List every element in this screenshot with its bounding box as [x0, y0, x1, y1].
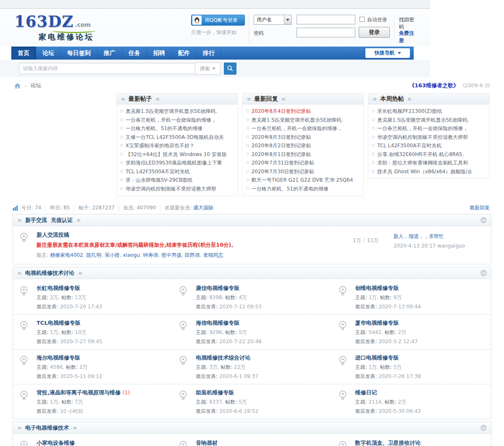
post-link[interactable]: 求长虹电视PF21300(Z)图纸 [372, 107, 488, 116]
forum-stats: 主题: 6337 帖数: 5万 [196, 399, 258, 406]
forum-lastpost: 最后发表: 2020-7-26 17:38 [355, 373, 421, 380]
stat-item: 今日: 74 [21, 204, 45, 211]
post-link[interactable]: 【32位+64位】技术员 Windows 10 安装版 [120, 150, 237, 159]
post-link[interactable]: 一台格力柜机、51的不通电的维修 [246, 185, 363, 193]
forum-link[interactable]: 康佳电视维修专版 [196, 285, 239, 291]
moderator-link[interactable]: 陈孔明 [86, 252, 105, 258]
post-link[interactable]: 2020年8月3日签到记录贴 [246, 133, 363, 142]
post-link[interactable]: 2020年7月31日签到记录贴 [246, 159, 363, 167]
post-link[interactable]: TCL L42F3500A不定时关机 [120, 167, 237, 176]
post-link[interactable]: 求：山水牌电视SV-29CB图纸 [120, 176, 237, 185]
post-link[interactable]: 2020年8月1日签到记录贴 [246, 150, 363, 159]
nav-item-ranking[interactable]: 排行 [197, 47, 221, 60]
nav-item-parts[interactable]: 配件 [172, 47, 197, 60]
post-link[interactable]: 奥克斯1.5匹变频空调开机显示5E故障码. [120, 107, 237, 116]
latest-replies-link[interactable]: 最新回复 [470, 204, 490, 211]
nav-item-daily-signin[interactable]: 每日签到 [61, 47, 97, 60]
password-label: 密码 [254, 30, 264, 37]
search-type-select[interactable]: 搜索 [195, 63, 220, 75]
quick-nav-button[interactable]: 快捷导航 [365, 48, 410, 58]
post-link[interactable]: 求助海信LED39S30液晶电视机图像上下重 [120, 159, 237, 167]
moderator-link[interactable]: 钟寿强 [143, 252, 162, 258]
post-link[interactable]: 华凌空调内机控制面板不受控请教大师帮 [120, 185, 237, 193]
logo-text: 163DZ [14, 12, 74, 31]
section-title-electronics[interactable]: 电子电器维修技术 [25, 424, 69, 432]
collapse-button[interactable] [480, 270, 487, 276]
nav-item-home[interactable]: 首页 [11, 47, 36, 60]
posts-value: 22万 [234, 364, 245, 370]
forum-stats: 主题: 2114 帖数: 2万 [355, 399, 421, 406]
find-password-link[interactable]: 找回密码 [399, 16, 417, 31]
post-link[interactable]: 一台春兰柜机，开机一会烧保险的维修， [120, 116, 237, 125]
post-link[interactable]: 华凌空调内机控制面板不受控请教大师帮 [372, 133, 488, 142]
collapse-button[interactable] [480, 217, 487, 223]
nav-item-forum[interactable]: 论坛 [36, 47, 61, 60]
post-link[interactable]: 航天一号TIGER G21 G22 DVB 艺华 25Q64 [246, 176, 363, 185]
post-link[interactable]: TCL L42F3500A不定时关机 [372, 141, 488, 150]
moderator-link[interactable]: 精修家电4002 [50, 252, 86, 258]
forum-link[interactable]: 电视维修技术综合讨论 [196, 355, 250, 361]
forum-link[interactable]: 组装机维修专版 [196, 389, 234, 396]
username-type-select[interactable]: 用户名 [254, 15, 291, 25]
nav-item-promote[interactable]: 推广 [97, 47, 122, 60]
forum-link[interactable]: 厦华电视维修专版 [355, 320, 399, 326]
moderator-link[interactable]: xiaogu [123, 252, 143, 258]
forum-link[interactable]: 维修日记 [355, 389, 377, 396]
section-newbie: ≡ 新手交流 充值认证 ≡ 新人交流投稿 新注册朋友需在本栏发表原创文章/或解答… [13, 214, 491, 264]
moderator-link[interactable]: 老猫同志 [203, 252, 223, 258]
site-logo[interactable]: 163DZ.com 家电维修论坛 [14, 12, 94, 42]
post-link[interactable]: 技术员 Ghost Win（x86/x64）旗舰版/企 [372, 167, 488, 176]
post-link[interactable]: 一台春兰柜机，开机一会烧保险的维修， [372, 124, 488, 133]
collapse-button[interactable] [480, 425, 487, 431]
post-link[interactable]: 又修一台TCL L42F3500A-3D电视机自动关 [120, 133, 237, 142]
search-input[interactable] [19, 63, 195, 74]
posts-label: 帖数: [385, 399, 396, 405]
password-input[interactable] [297, 28, 355, 37]
breadcrumb-forum-link[interactable]: 论坛 [30, 82, 41, 89]
moderator-link[interactable]: 宋小雨 [105, 252, 123, 258]
forum-link[interactable]: 数字机顶盒、卫星接收讨论 [355, 440, 421, 446]
forum-link[interactable]: 长虹电视维修专版 [37, 285, 80, 291]
nav-item-tasks[interactable]: 任务 [122, 47, 147, 60]
qq-login-button[interactable]: 用QQ帐号登录 [191, 15, 245, 26]
section-title-recharge[interactable]: 充值认证 [51, 216, 73, 224]
select-dropdown-button[interactable] [284, 15, 291, 24]
forum-link[interactable]: TCL电视维修专版 [37, 320, 81, 326]
register-link[interactable]: 免费注册 [399, 30, 417, 44]
new-member-link[interactable]: 盛大国际 [193, 204, 213, 211]
moderator-link[interactable]: 田西强 [185, 252, 203, 258]
username-input[interactable] [297, 15, 355, 24]
forum-link[interactable]: 小家电设备维修 [37, 440, 75, 446]
section-title-newbie[interactable]: 新手交流 [25, 216, 47, 224]
login-button[interactable]: 登录 [359, 27, 390, 38]
anthem-announcement-link[interactable]: 《163维修者之歌》 [409, 82, 459, 89]
forum-link[interactable]: 海尔电视维修专版 [37, 355, 80, 361]
moderator-link[interactable]: 雨中男孩 [161, 252, 185, 258]
logo-swoosh [52, 28, 96, 33]
post-link[interactable]: 2020年8月4日签到记录贴 [246, 107, 363, 116]
post-link[interactable]: X宝荣盛制冷家的电容也不好？ [120, 141, 237, 150]
post-link[interactable]: 奥克斯1.5匹变频空调开机显示5E故障码. [372, 116, 488, 125]
post-link[interactable]: 奥克斯1.5匹变频空调开机显示5E故障码. [246, 116, 363, 125]
forum-bulb-icon [20, 390, 28, 415]
post-link[interactable]: 一台春兰柜机，开机一会烧保险的维修， [246, 124, 363, 133]
last-post-link[interactable]: 新人，报道，，求帮忙 [394, 233, 444, 239]
section-title-tv[interactable]: 电视机维修技术讨论 [25, 269, 74, 277]
post-link[interactable]: 2020年8月2日签到记录贴 [246, 141, 363, 150]
post-link[interactable]: 求助：那位大师有赛播网络盒刷机工具和 [372, 159, 488, 167]
post-link[interactable]: 分享.创维32E60HR不开机.机心8R65. [372, 150, 488, 159]
forum-link-newbie-posting[interactable]: 新人交流投稿 [37, 231, 69, 239]
post-link[interactable]: 一台格力柜机、51的不通电的维修 [120, 124, 237, 133]
forum-link[interactable]: 海信电视维修专版 [196, 320, 239, 326]
topics-value: 1万 [50, 329, 60, 335]
post-link[interactable]: 2020年7月30日签到记录贴 [246, 167, 363, 176]
nav-item-jobs[interactable]: 招聘 [147, 47, 172, 60]
menu-deco-icon: ≡ [73, 425, 77, 431]
forum-link[interactable]: 创维电视维修专版 [355, 285, 399, 291]
forum-link[interactable]: 进口电视维修专版 [355, 355, 399, 361]
search-button[interactable] [224, 63, 236, 75]
auto-login-checkbox[interactable] [360, 17, 365, 22]
forum-link[interactable]: 背投,液晶和等离子电视原理与维修 [37, 389, 121, 396]
home-icon[interactable] [14, 83, 21, 89]
forum-link[interactable]: 音响器材 [196, 440, 218, 446]
